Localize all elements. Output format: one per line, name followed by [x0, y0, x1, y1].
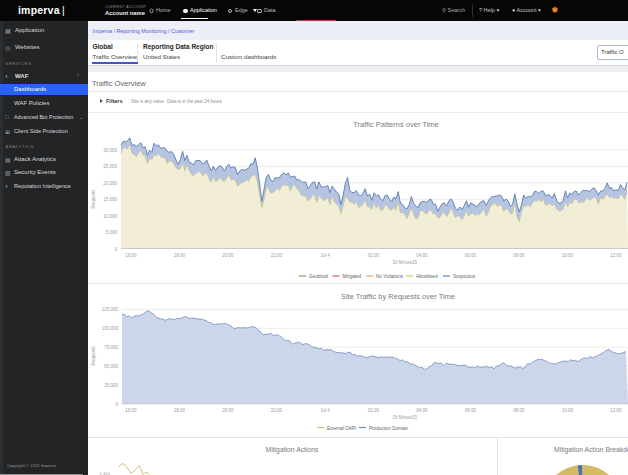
- svg-text:20:00: 20:00: [222, 408, 234, 413]
- svg-text:Production Domain: Production Domain: [369, 426, 409, 431]
- svg-text:06:00: 06:00: [465, 253, 477, 258]
- svg-text:25,000: 25,000: [103, 164, 117, 169]
- svg-text:50,000: 50,000: [104, 364, 118, 369]
- svg-text:Suspicious: Suspicious: [453, 274, 476, 279]
- svg-text:22:00: 22:00: [271, 408, 283, 413]
- svg-text:20:00: 20:00: [222, 253, 234, 258]
- svg-text:Dt Minute15: Dt Minute15: [393, 415, 418, 420]
- svg-text:15,000: 15,000: [103, 197, 117, 202]
- svg-text:100,000: 100,000: [102, 326, 119, 331]
- svg-text:1,400: 1,400: [100, 471, 111, 475]
- svg-text:25,000: 25,000: [104, 383, 118, 388]
- svg-text:04:00: 04:00: [416, 408, 428, 413]
- svg-text:18:00: 18:00: [174, 408, 186, 413]
- svg-text:10:00: 10:00: [562, 408, 574, 413]
- svg-text:22:00: 22:00: [271, 253, 283, 258]
- svg-text:Mitigated: Mitigated: [343, 274, 362, 279]
- svg-text:No Violations: No Violations: [376, 274, 404, 279]
- svg-text:Jul 4: Jul 4: [320, 408, 330, 413]
- svg-text:Site Traffic by Requests over: Site Traffic by Requests over Time: [341, 292, 455, 301]
- svg-text:16:00: 16:00: [125, 253, 137, 258]
- svg-text:Requests: Requests: [91, 189, 96, 209]
- svg-text:Allowlisted: Allowlisted: [416, 274, 438, 279]
- svg-text:30,000: 30,000: [103, 148, 117, 153]
- svg-text:08:00: 08:00: [513, 253, 525, 258]
- svg-text:0: 0: [115, 402, 118, 407]
- svg-text:20,000: 20,000: [103, 181, 117, 186]
- svg-text:Dt Minute15: Dt Minute15: [393, 260, 418, 265]
- svg-text:08:00: 08:00: [513, 408, 525, 413]
- svg-text:75,000: 75,000: [104, 345, 118, 350]
- svg-text:02:00: 02:00: [368, 253, 380, 258]
- svg-text:02:00: 02:00: [368, 408, 380, 413]
- svg-text:Jul 4: Jul 4: [320, 253, 330, 258]
- svg-text:Traffic Patterns over Time: Traffic Patterns over Time: [353, 120, 438, 129]
- svg-text:Geoblock: Geoblock: [309, 274, 329, 279]
- svg-text:0: 0: [114, 247, 117, 252]
- svg-text:18:00: 18:00: [174, 253, 186, 258]
- svg-text:04:00: 04:00: [416, 253, 428, 258]
- svg-text:12:00: 12:00: [610, 253, 622, 258]
- svg-text:125,000: 125,000: [102, 307, 119, 312]
- svg-text:External OAPI: External OAPI: [327, 426, 356, 431]
- svg-text:12:00: 12:00: [610, 408, 622, 413]
- svg-text:16:00: 16:00: [125, 408, 137, 413]
- svg-text:5,000: 5,000: [106, 230, 118, 235]
- svg-text:Requests: Requests: [91, 346, 96, 366]
- svg-text:10,000: 10,000: [103, 214, 117, 219]
- svg-text:10:00: 10:00: [562, 253, 574, 258]
- svg-text:06:00: 06:00: [465, 408, 477, 413]
